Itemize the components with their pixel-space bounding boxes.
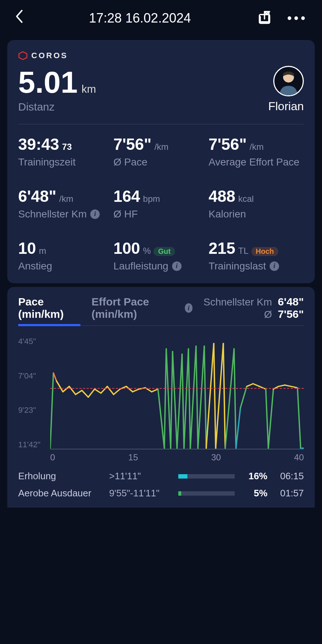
summary-card: COROS 5.01 km Distanz Florian 39:4373Tra… [7,40,315,283]
svg-line-17 [126,387,132,392]
svg-line-26 [172,352,177,448]
avatar[interactable] [273,66,304,96]
svg-line-29 [184,349,188,448]
stat-value: 100 % Gut [114,239,175,257]
svg-line-30 [188,349,190,448]
svg-line-34 [204,346,206,448]
svg-line-15 [114,389,120,395]
brand-text: COROS [31,51,68,60]
stat-cell: 39:4373Trainingszeit [18,135,114,168]
stat-value: 7'56" /km [208,135,263,153]
svg-line-13 [101,387,107,393]
fastest-km-label: Schnellster Km [203,296,272,308]
zone-time: 01:57 [275,488,304,499]
svg-line-37 [216,343,223,448]
zone-row: Erholung >11'11" 16% 06:15 [18,471,304,482]
pace-chart-card: Pace (min/km) Effort Pace (min/km) i Sch… [7,287,315,508]
y-tick: 9'23" [18,405,47,415]
status-badge: Hoch [251,247,278,256]
svg-line-21 [152,389,158,392]
distance-value: 5.01 [18,65,78,99]
tab-effort-pace[interactable]: Effort Pace (min/km) i [91,296,192,320]
svg-line-47 [268,389,273,448]
svg-line-3 [50,373,53,448]
svg-line-51 [291,387,297,388]
svg-line-23 [164,349,166,448]
svg-line-52 [298,388,301,448]
zone-bar [178,474,235,479]
svg-line-43 [247,384,253,386]
share-icon[interactable] [257,9,273,27]
svg-line-44 [253,384,259,386]
avg-value: 7'56" [278,308,304,320]
svg-line-22 [158,389,164,448]
svg-line-40 [234,349,236,448]
avg-label: Ø [264,309,272,320]
svg-line-39 [225,349,234,448]
stat-cell: 164 bpmØ HF [114,187,209,220]
x-tick: 15 [128,452,138,463]
user-name: Florian [268,100,304,113]
zone-pct: 16% [242,471,267,482]
svg-line-11 [88,389,95,397]
stat-value: 215 TL Hoch [208,239,278,257]
stat-label: Average Effort Pace [208,156,304,168]
x-tick: 0 [50,452,55,463]
svg-line-25 [171,352,172,448]
info-icon[interactable]: i [172,261,182,271]
svg-line-42 [240,387,247,408]
svg-line-50 [285,385,291,387]
info-icon[interactable]: i [270,261,279,271]
more-button[interactable]: ••• [287,11,307,26]
stat-label: Trainingszeit [18,156,114,168]
svg-line-49 [278,385,285,387]
info-icon[interactable]: i [90,209,100,219]
zone-row: Aerobe Ausdauer 9'55"-11'11" 5% 01:57 [18,488,304,499]
brand-logo: COROS [18,51,304,60]
zone-bar [178,491,235,496]
back-button[interactable] [15,9,23,27]
stat-label: Ø HF [114,208,209,220]
svg-line-35 [206,343,214,448]
stat-cell: 6'48" /kmSchnellster Km i [18,187,114,220]
zone-time: 06:15 [275,471,304,482]
tab-pace[interactable]: Pace (min/km) [18,296,80,320]
svg-line-12 [95,389,101,393]
svg-line-24 [166,349,171,448]
stat-value: 39:4373 [18,135,72,153]
zone-name: Erholung [18,471,102,482]
info-icon[interactable]: i [185,303,193,313]
x-tick: 40 [294,452,304,463]
distance-label: Distanz [18,101,96,113]
status-badge: Gut [154,247,175,256]
zone-range: 9'55"-11'11" [109,488,171,499]
svg-marker-1 [19,52,27,60]
x-tick: 30 [211,452,221,463]
svg-line-8 [69,387,75,395]
stat-label: Ø Pace [114,156,209,168]
stat-value: 488 kcal [208,187,254,205]
zone-pct: 5% [242,488,267,499]
svg-line-38 [223,343,225,448]
svg-line-31 [190,346,196,448]
svg-line-46 [266,389,268,448]
y-tick: 7'04" [18,371,47,381]
stat-label: Schnellster Km i [18,208,114,220]
distance-unit: km [82,83,96,95]
stat-label: Kalorien [208,208,304,220]
svg-line-18 [133,389,139,392]
zone-range: >11'11" [109,471,171,482]
avg-pace-line [50,388,304,389]
y-tick: 11'42" [18,440,47,449]
zone-name: Aerobe Ausdauer [18,488,102,499]
stat-label: Anstieg [18,260,114,272]
stat-value: 10 m [18,239,46,257]
pace-chart[interactable]: 4'45"7'04"9'23"11'42" 0153040 [18,337,304,460]
stat-value: 164 bpm [114,187,160,205]
svg-line-36 [214,343,216,448]
svg-line-27 [177,354,182,448]
stat-label: Trainingslast i [208,260,304,272]
svg-line-41 [236,408,240,448]
svg-line-33 [198,346,204,448]
svg-line-9 [76,391,82,395]
